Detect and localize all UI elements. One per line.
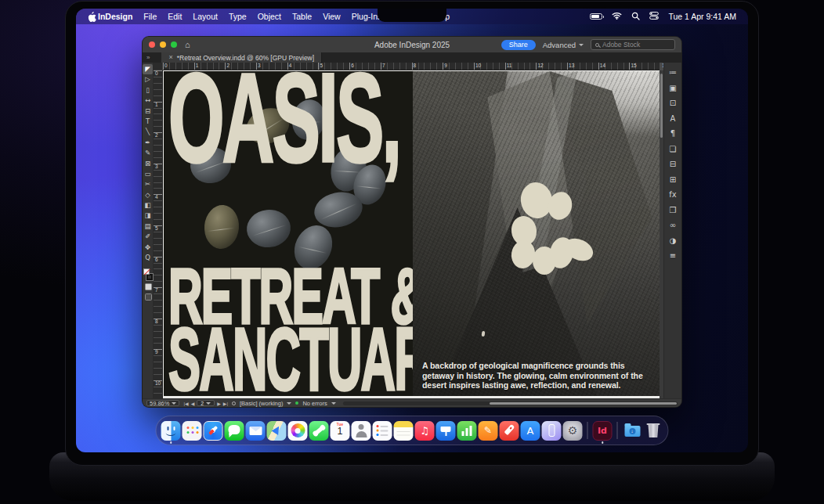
dock-trash-icon[interactable] [644, 416, 663, 445]
wifi-icon[interactable] [612, 12, 622, 21]
pen-tool[interactable]: ✒ [143, 138, 153, 148]
menu-item[interactable]: Type [229, 12, 247, 21]
menu-bar-clock[interactable]: Tue 1 Apr 9:41 AM [668, 12, 736, 21]
page-tool[interactable]: ▯ [143, 85, 153, 95]
preflight-profile[interactable]: [Basic] (working) [240, 400, 283, 407]
content-collector-tool[interactable]: ⊟ [143, 106, 153, 117]
tab-overflow-icon[interactable]: » [143, 52, 154, 63]
ruler-origin-corner[interactable] [154, 63, 163, 70]
home-icon[interactable]: ⌂ [185, 41, 190, 49]
dock-messages-icon[interactable] [225, 416, 244, 445]
pages-panel-icon[interactable]: ⊡ [670, 98, 676, 108]
dock-pages-icon[interactable]: ✎ [479, 416, 498, 445]
minimize-window-button[interactable] [160, 41, 166, 48]
stroke-panel-icon[interactable]: ≡ [670, 250, 676, 261]
dock-indesign-icon[interactable]: Id [593, 416, 613, 445]
zoom-window-button[interactable] [171, 41, 177, 48]
links-panel-icon[interactable]: ∞ [670, 220, 676, 230]
type-tool[interactable]: T [143, 117, 153, 127]
dock-mail-icon[interactable] [246, 416, 266, 445]
dock-phone-icon[interactable] [309, 416, 329, 445]
line-tool[interactable]: ╲ [143, 127, 153, 137]
page-left[interactable]: OASIS, RETREAT & SANCTUARY [164, 71, 413, 396]
vertical-ruler[interactable]: 012345678910 [154, 70, 163, 398]
dock-notes-icon[interactable] [394, 416, 414, 445]
layers-panel-icon[interactable]: ❐ [670, 205, 677, 215]
note-tool[interactable]: ▤ [143, 221, 153, 232]
dock-system-settings-icon[interactable]: ⚙ [563, 416, 583, 445]
battery-icon[interactable] [590, 13, 602, 20]
gradient-feather-tool[interactable]: ◨ [143, 211, 153, 221]
dock-music-icon[interactable]: ♫ [415, 416, 435, 445]
share-button[interactable]: Share [501, 40, 536, 50]
frame-tool[interactable]: ⊠ [143, 159, 153, 169]
dock-app-store-icon[interactable]: A [521, 416, 540, 445]
menu-item[interactable]: Object [258, 12, 281, 21]
free-transform-tool[interactable]: ◇ [143, 190, 153, 200]
selection-tool[interactable]: ◤ [143, 64, 153, 74]
document-spread[interactable]: OASIS, RETREAT & SANCTUARY [164, 71, 660, 396]
menu-item[interactable]: Table [292, 12, 312, 21]
dock-calendar-icon[interactable]: Tue1 [331, 416, 350, 445]
paragraph-styles-panel-icon[interactable]: ¶ [670, 128, 675, 139]
gap-tool[interactable]: ↔ [143, 95, 153, 106]
dock-numbers-icon[interactable] [457, 416, 477, 445]
grid-panel-icon[interactable]: ⊞ [670, 175, 676, 185]
dock-finder-icon[interactable] [161, 416, 181, 445]
workspace-switcher[interactable]: Advanced [543, 41, 584, 49]
fill-none-swatch[interactable] [143, 268, 150, 275]
menu-item[interactable]: Layout [193, 12, 218, 21]
dock-iphone-mirroring-icon[interactable] [542, 416, 562, 445]
search-icon[interactable] [631, 12, 640, 22]
dock-maps-icon[interactable] [267, 416, 287, 445]
stroke-swatch[interactable] [146, 274, 153, 280]
cc-libraries-panel-icon[interactable]: ▣ [669, 83, 676, 93]
gradient-tool[interactable]: ◧ [143, 200, 153, 211]
zoom-tool[interactable]: Q [143, 253, 153, 263]
dock-keynote-icon[interactable] [436, 416, 456, 445]
close-window-button[interactable] [149, 41, 155, 48]
previous-page-button[interactable]: ◀ [191, 401, 195, 406]
adobe-stock-search[interactable] [591, 39, 675, 50]
horizontal-scrollbar[interactable] [343, 401, 678, 405]
fill-stroke-swatch[interactable] [143, 268, 153, 280]
dock-rocket-icon[interactable] [500, 416, 519, 445]
dock-contacts-icon[interactable] [352, 416, 371, 445]
vertical-scrollbar-thumb[interactable] [660, 74, 663, 138]
hand-tool[interactable]: ✥ [143, 243, 153, 253]
stock-search-input[interactable] [602, 41, 670, 49]
menu-item[interactable]: File [143, 12, 157, 21]
horizontal-ruler[interactable]: 012345678910111213141516 [154, 63, 660, 70]
horizontal-scrollbar-thumb[interactable] [490, 402, 677, 405]
direct-selection-tool[interactable]: ▷ [143, 74, 153, 85]
dock-safari-icon[interactable] [204, 416, 223, 445]
close-tab-icon[interactable]: × [168, 54, 172, 61]
page-right[interactable]: A backdrop of geological magnificence gr… [413, 71, 660, 396]
rectangle-tool[interactable]: ▭ [143, 169, 153, 179]
control-center-icon[interactable] [649, 12, 659, 21]
apple-menu-icon[interactable] [88, 12, 96, 22]
menu-item[interactable]: InDesign [98, 12, 132, 21]
next-page-button[interactable]: ▶ [217, 401, 221, 406]
menu-item[interactable]: View [323, 12, 341, 21]
swatches-panel-icon[interactable]: ❏ [670, 144, 677, 154]
dock-reminders-icon[interactable] [373, 416, 392, 445]
effects-panel-icon[interactable]: fx [669, 189, 676, 200]
last-page-button[interactable]: ▶| [223, 401, 228, 406]
color-theme-panel-icon[interactable]: ◑ [670, 236, 677, 246]
eyedropper-tool[interactable]: ✐ [143, 232, 153, 242]
preview-mode-button[interactable] [145, 293, 152, 301]
document-tab[interactable]: × *Retreat Overview.indd @ 60% [GPU Prev… [161, 52, 322, 63]
page-number-control[interactable]: 2 [197, 400, 215, 406]
preflight-status[interactable]: No errors [302, 400, 327, 407]
zoom-level-control[interactable]: 59.86% [146, 400, 179, 406]
scissors-tool[interactable]: ✂ [143, 179, 153, 189]
align-panel-icon[interactable]: ⊟ [670, 159, 676, 169]
screen-mode-button[interactable] [145, 283, 152, 290]
menu-item[interactable]: Edit [168, 12, 182, 21]
properties-panel-icon[interactable]: ≔ [669, 67, 677, 77]
dock-downloads-icon[interactable]: ↓ [623, 416, 642, 445]
dock-launchpad-icon[interactable] [183, 416, 202, 445]
character-panel-icon[interactable]: A [670, 113, 676, 124]
dock-photos-icon[interactable] [288, 416, 308, 445]
